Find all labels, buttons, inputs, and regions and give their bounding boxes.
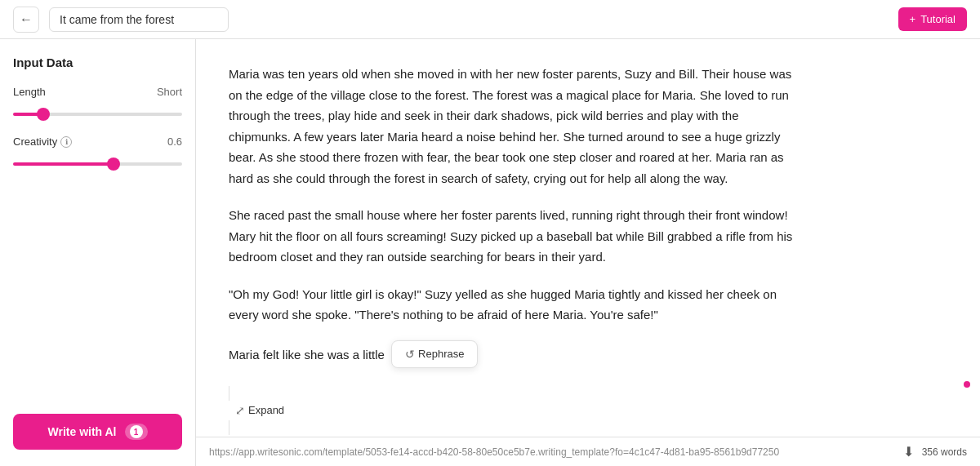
toolbar-separator-2 xyxy=(229,420,229,435)
length-slider-container xyxy=(13,104,182,119)
main-layout: Input Data Length Short Creativity ℹ 0.6… xyxy=(0,39,980,466)
creativity-label: Creativity xyxy=(13,135,57,148)
paragraph-1: Maria was ten years old when she moved i… xyxy=(229,64,800,189)
tutorial-label: Tutorial xyxy=(920,13,956,25)
word-count: 356 words xyxy=(922,446,967,458)
editor-scroll[interactable]: Maria was ten years old when she moved i… xyxy=(196,39,980,437)
expand-label: Expand xyxy=(248,404,284,416)
editor-area: Maria was ten years old when she moved i… xyxy=(196,39,980,466)
paragraph-4-before: Maria felt like she was a little xyxy=(229,347,388,361)
creativity-info: Creativity ℹ xyxy=(13,135,72,148)
red-dot xyxy=(964,381,970,388)
creativity-slider-container xyxy=(13,154,182,169)
plus-icon: + xyxy=(910,13,916,25)
expand-button[interactable]: ⤢ Expand xyxy=(229,401,291,420)
toolbar-separator-1 xyxy=(229,386,229,401)
length-label: Length xyxy=(13,86,46,98)
rephrase-icon: ↺ xyxy=(405,348,415,361)
shorten-button[interactable]: ⤡ Shorten xyxy=(229,435,292,437)
bottom-right: ⬇ 356 words xyxy=(903,444,967,459)
sidebar: Input Data Length Short Creativity ℹ 0.6… xyxy=(0,39,196,466)
sidebar-spacer xyxy=(13,185,182,414)
sidebar-title: Input Data xyxy=(13,55,182,69)
editor-text: Maria was ten years old when she moved i… xyxy=(229,64,800,437)
paragraph-2: She raced past the small house where her… xyxy=(229,205,800,268)
title-input[interactable] xyxy=(49,7,229,32)
length-value: Short xyxy=(157,86,182,98)
back-button[interactable]: ← xyxy=(13,7,39,33)
creativity-slider[interactable] xyxy=(13,162,182,166)
back-icon: ← xyxy=(20,12,33,27)
download-icon[interactable]: ⬇ xyxy=(903,444,914,459)
bottom-bar: https://app.writesonic.com/template/5053… xyxy=(196,437,980,466)
paragraph-3: "Oh my God! Your little girl is okay!" S… xyxy=(229,284,800,326)
paragraph-4: Maria felt like she was a little ↺ Rephr… xyxy=(229,342,800,370)
length-control-row: Length Short xyxy=(13,86,182,98)
top-bar: ← + Tutorial xyxy=(0,0,980,39)
rephrase-button[interactable]: ↺ Rephrase xyxy=(399,344,470,364)
rephrase-label: Rephrase xyxy=(418,348,464,360)
length-slider[interactable] xyxy=(13,113,182,116)
top-bar-right: + Tutorial xyxy=(898,7,967,31)
inline-toolbar: ↺ Rephrase xyxy=(391,340,478,368)
write-ai-label: Write with Al xyxy=(48,425,117,438)
toggle-badge: 1 xyxy=(125,424,148,440)
tutorial-button[interactable]: + Tutorial xyxy=(898,7,967,31)
expand-icon: ⤢ xyxy=(235,404,245,417)
info-icon[interactable]: ℹ xyxy=(60,136,72,148)
toggle-count: 1 xyxy=(130,425,143,438)
creativity-control-row: Creativity ℹ 0.6 xyxy=(13,135,182,148)
bottom-url: https://app.writesonic.com/template/5053… xyxy=(209,446,897,458)
creativity-value: 0.6 xyxy=(167,135,182,148)
write-ai-button[interactable]: Write with Al 1 xyxy=(13,414,182,450)
